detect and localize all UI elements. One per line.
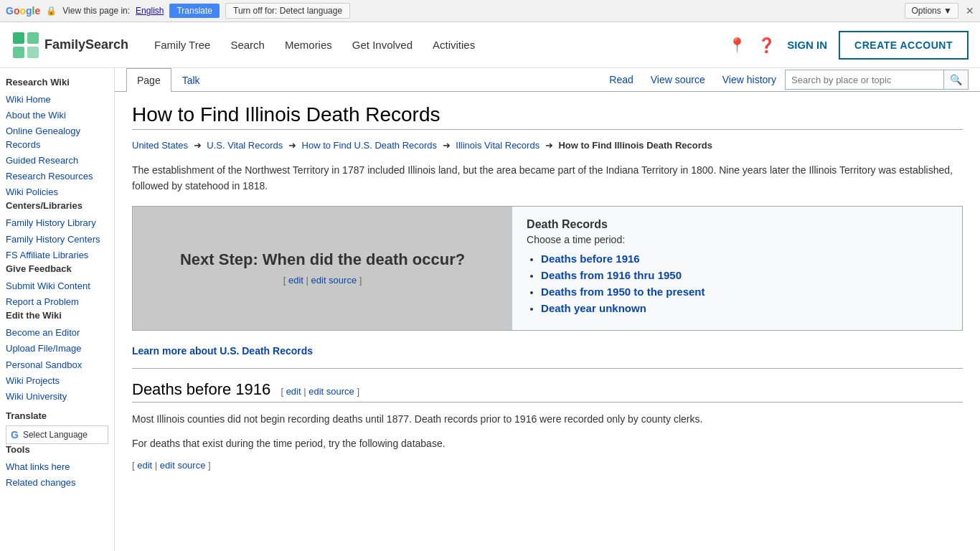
sidebar-section-tools: Tools What links here Related changes [6, 444, 108, 491]
google-logo: Google [6, 5, 40, 17]
sidebar-link-submit-wiki[interactable]: Submit Wiki Content [6, 278, 108, 294]
nav-family-tree[interactable]: Family Tree [146, 33, 219, 57]
article-intro: The establishment of the Northwest Terri… [132, 162, 963, 194]
translate-button[interactable]: Translate [169, 4, 220, 18]
sidebar-link-research-resources[interactable]: Research Resources [6, 169, 108, 184]
google-translate-widget[interactable]: G Select Language [6, 425, 108, 444]
learn-more-link[interactable]: Learn more about U.S. Death Records [132, 345, 963, 357]
logo[interactable]: FamilySearch [11, 31, 128, 60]
sidebar-section-feedback: Give Feedback Submit Wiki Content Report… [6, 263, 108, 310]
list-item: Deaths from 1916 thru 1950 [541, 269, 948, 281]
select-language-label: Select Language [23, 430, 88, 440]
tab-view-history[interactable]: View history [714, 68, 785, 91]
tab-view-source[interactable]: View source [642, 68, 714, 91]
sidebar-link-personal-sandbox[interactable]: Personal Sandbox [6, 357, 108, 373]
breadcrumb-us-vital[interactable]: U.S. Vital Records [207, 140, 283, 151]
svg-rect-2 [13, 47, 24, 58]
search-input[interactable] [786, 70, 943, 89]
nav-search[interactable]: Search [222, 33, 273, 57]
info-box-links-list: Deaths before 1916 Deaths from 1916 thru… [527, 253, 948, 314]
sub-edit-source-link[interactable]: edit source [160, 460, 206, 471]
deaths-1916-1950-link[interactable]: Deaths from 1916 thru 1950 [541, 269, 682, 281]
sidebar-link-wiki-university[interactable]: Wiki University [6, 389, 108, 405]
nav-memories[interactable]: Memories [276, 33, 341, 57]
tabs-bar: Page Talk Read View source View history … [115, 68, 980, 92]
breadcrumb-us-death[interactable]: How to Find U.S. Death Records [302, 140, 438, 151]
sub-edit-links: [ edit | edit source ] [132, 460, 963, 471]
section1-edit-source-link[interactable]: edit source [308, 386, 354, 397]
sidebar-link-family-history-library[interactable]: Family History Library [6, 215, 108, 231]
translate-bar: Google 🔒 View this page in: English Tran… [0, 0, 980, 22]
sidebar-link-family-history-centers[interactable]: Family History Centers [6, 232, 108, 248]
sidebar-link-about-wiki[interactable]: About the Wiki [6, 108, 108, 123]
svg-rect-1 [27, 32, 39, 44]
breadcrumb-us[interactable]: United States [132, 140, 188, 151]
search-button[interactable]: 🔍 [943, 70, 968, 89]
sign-in-link[interactable]: SIGN IN [787, 39, 827, 51]
tab-read[interactable]: Read [600, 68, 641, 91]
deaths-1950-present-link[interactable]: Deaths from 1950 to the present [541, 286, 705, 298]
main-content: Page Talk Read View source View history … [115, 68, 980, 551]
list-item: Death year unknown [541, 302, 948, 314]
nav-get-involved[interactable]: Get Involved [344, 33, 421, 57]
sidebar-link-fs-affiliate-libraries[interactable]: FS Affiliate Libraries [6, 248, 108, 263]
tab-talk[interactable]: Talk [171, 68, 211, 92]
list-item: Deaths before 1916 [541, 253, 948, 265]
death-year-unknown-link[interactable]: Death year unknown [541, 302, 646, 314]
list-item: Deaths from 1950 to the present [541, 286, 948, 298]
sidebar-link-wiki-policies[interactable]: Wiki Policies [6, 184, 108, 200]
create-account-button[interactable]: CREATE ACCOUNT [839, 31, 969, 60]
sidebar-section-research-wiki: Research Wiki Wiki Home About the Wiki O… [6, 77, 108, 200]
sidebar-section-edit-wiki: Edit the Wiki Become an Editor Upload Fi… [6, 310, 108, 405]
sidebar-link-wiki-home[interactable]: Wiki Home [6, 92, 108, 108]
sidebar-link-online-genealogy[interactable]: Online Genealogy Records [6, 123, 108, 152]
close-translate-button[interactable]: ✕ [966, 5, 974, 17]
info-box: Next Step: When did the death occur? [ e… [132, 206, 963, 331]
sidebar-section-title-tools: Tools [6, 444, 108, 455]
options-button[interactable]: Options ▼ [905, 3, 958, 19]
location-icon[interactable]: 📍 [728, 37, 746, 54]
sidebar-link-guided-research[interactable]: Guided Research [6, 153, 108, 169]
sidebar-link-upload-file[interactable]: Upload File/Image [6, 341, 108, 357]
turn-off-button[interactable]: Turn off for: Detect language [225, 3, 350, 19]
breadcrumb-illinois-vital[interactable]: Illinois Vital Records [456, 140, 540, 151]
section-divider [132, 368, 963, 369]
sidebar-link-what-links-here[interactable]: What links here [6, 459, 108, 475]
section1-edit-link[interactable]: edit [286, 386, 301, 397]
info-box-right-heading: Death Records [527, 218, 948, 231]
article: How to Find Illinois Death Records Unite… [115, 92, 980, 488]
svg-rect-0 [13, 32, 24, 44]
sidebar-link-related-changes[interactable]: Related changes [6, 475, 108, 491]
sidebar-link-become-editor[interactable]: Become an Editor [6, 325, 108, 341]
sidebar-link-report-problem[interactable]: Report a Problem [6, 294, 108, 310]
info-box-left-links: [ edit | edit source ] [180, 275, 465, 286]
help-icon[interactable]: ❓ [758, 37, 776, 54]
sidebar-section-title-feedback: Give Feedback [6, 263, 108, 274]
breadcrumb-current: How to Find Illinois Death Records [558, 140, 712, 151]
sidebar: Research Wiki Wiki Home About the Wiki O… [0, 68, 115, 551]
tab-page[interactable]: Page [126, 68, 171, 92]
sidebar-section-translate: Translate G Select Language [6, 410, 108, 444]
info-box-choose-text: Choose a time period: [527, 234, 948, 245]
sidebar-link-wiki-projects[interactable]: Wiki Projects [6, 373, 108, 389]
info-box-right: Death Records Choose a time period: Deat… [512, 207, 962, 330]
search-box-container: 🔍 [785, 70, 969, 90]
main-header: FamilySearch Family Tree Search Memories… [0, 22, 980, 68]
nav-activities[interactable]: Activities [424, 33, 484, 57]
section1-heading: Deaths before 1916 [ edit | edit source … [132, 380, 963, 402]
lock-icon: 🔒 [46, 6, 57, 16]
article-title: How to Find Illinois Death Records [132, 103, 963, 130]
sidebar-section-title-research-wiki: Research Wiki [6, 77, 108, 88]
sub-edit-link[interactable]: edit [137, 460, 152, 471]
breadcrumb: United States ➜ U.S. Vital Records ➜ How… [132, 138, 963, 154]
logo-svg [11, 31, 40, 60]
sidebar-section-title-translate: Translate [6, 410, 108, 421]
info-box-edit-link[interactable]: edit [288, 275, 303, 286]
language-link[interactable]: English [136, 6, 164, 16]
section1-text2: For deaths that exist during the time pe… [132, 435, 963, 451]
info-box-edit-source-link[interactable]: edit source [311, 275, 357, 286]
sidebar-section-title-centers: Centers/Libraries [6, 200, 108, 211]
tab-right-actions: Read View source View history 🔍 [600, 68, 969, 91]
info-box-left-heading: Next Step: When did the death occur? [180, 250, 465, 269]
deaths-before-1916-link[interactable]: Deaths before 1916 [541, 253, 640, 265]
